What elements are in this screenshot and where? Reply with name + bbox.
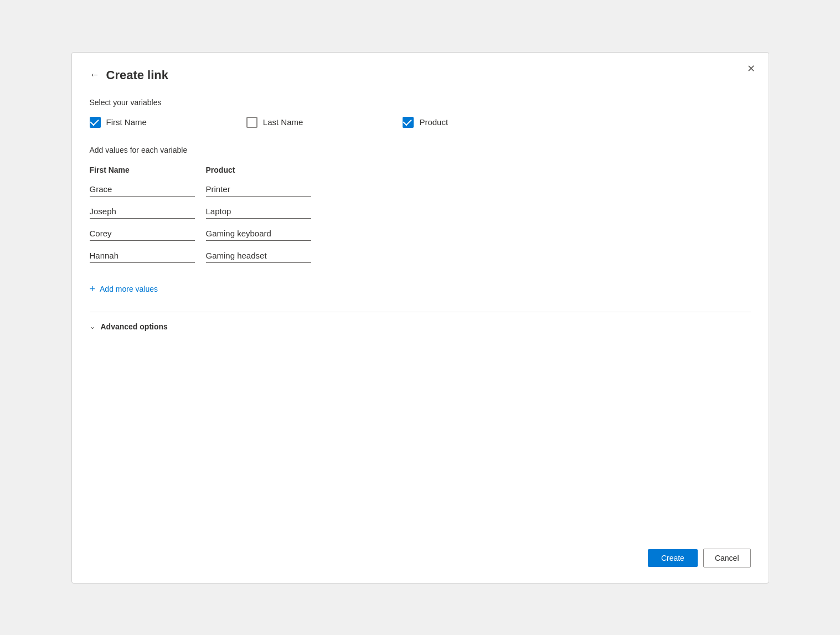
product-input-1[interactable] bbox=[206, 204, 311, 219]
checkbox-item-first-name[interactable]: First Name bbox=[90, 117, 147, 128]
table-row bbox=[90, 249, 751, 263]
table-row bbox=[90, 182, 751, 197]
product-input-3[interactable] bbox=[206, 249, 311, 263]
chevron-down-icon: ⌄ bbox=[90, 323, 95, 331]
back-arrow-icon[interactable]: ← bbox=[90, 69, 100, 81]
advanced-options-section[interactable]: ⌄ Advanced options bbox=[90, 312, 751, 341]
col-header-first-name: First Name bbox=[90, 166, 206, 174]
checkbox-label-last-name: Last Name bbox=[263, 117, 303, 127]
first-name-input-3[interactable] bbox=[90, 249, 195, 263]
checkbox-label-product: Product bbox=[419, 117, 448, 127]
table-row bbox=[90, 204, 751, 219]
dialog-header: ← Create link bbox=[90, 68, 751, 82]
first-name-input-1[interactable] bbox=[90, 204, 195, 219]
checkbox-label-first-name: First Name bbox=[106, 117, 147, 127]
product-input-0[interactable] bbox=[206, 182, 311, 197]
add-more-label: Add more values bbox=[100, 285, 158, 293]
dialog-footer: Create Cancel bbox=[648, 549, 751, 567]
values-data-rows bbox=[90, 182, 751, 271]
first-name-input-0[interactable] bbox=[90, 182, 195, 197]
checkbox-item-last-name[interactable]: Last Name bbox=[246, 117, 303, 128]
first-name-input-2[interactable] bbox=[90, 226, 195, 241]
checkbox-product[interactable] bbox=[403, 117, 414, 128]
checkbox-first-name[interactable] bbox=[90, 117, 101, 128]
checkbox-last-name[interactable] bbox=[246, 117, 257, 128]
values-header-row: First Name Product bbox=[90, 166, 751, 174]
add-values-label: Add values for each variable bbox=[90, 146, 751, 154]
checkbox-item-product[interactable]: Product bbox=[403, 117, 448, 128]
create-button[interactable]: Create bbox=[648, 549, 698, 567]
create-link-dialog: ← Create link ✕ Select your variables Fi… bbox=[71, 52, 769, 584]
dialog-title: Create link bbox=[106, 68, 169, 82]
values-table: First Name Product bbox=[90, 166, 751, 271]
plus-icon: + bbox=[90, 284, 96, 294]
add-more-values-button[interactable]: + Add more values bbox=[90, 284, 751, 294]
close-button[interactable]: ✕ bbox=[747, 64, 755, 74]
col-header-product: Product bbox=[206, 166, 322, 174]
product-input-2[interactable] bbox=[206, 226, 311, 241]
variables-checkboxes-row: First Name Last Name Product bbox=[90, 117, 751, 128]
advanced-options-label: Advanced options bbox=[101, 322, 168, 331]
table-row bbox=[90, 226, 751, 241]
select-variables-label: Select your variables bbox=[90, 98, 751, 107]
cancel-button[interactable]: Cancel bbox=[703, 549, 751, 567]
